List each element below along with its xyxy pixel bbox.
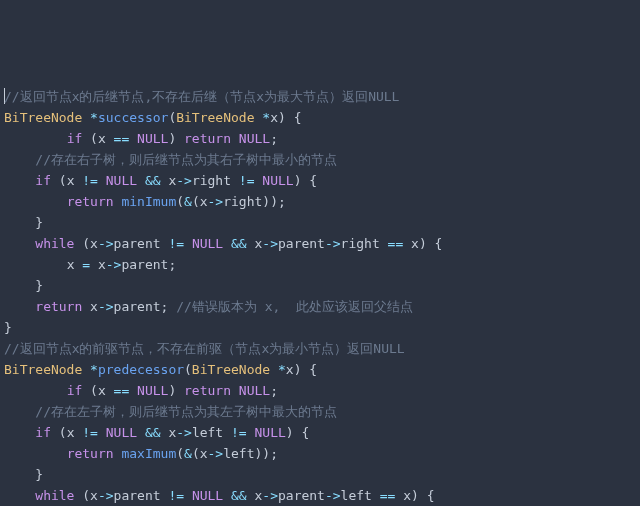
code-line[interactable]: } <box>4 464 640 485</box>
code-line[interactable]: //返回节点x的前驱节点，不存在前驱（节点x为最小节点）返回NULL <box>4 338 640 359</box>
code-token-ty: BiTreeNode <box>4 362 82 377</box>
code-token-kw: if <box>67 131 83 146</box>
code-token-op: -> <box>176 173 192 188</box>
code-token-pn: ( <box>82 383 98 398</box>
code-token-id: left <box>223 446 254 461</box>
code-token-kw: if <box>67 383 83 398</box>
code-token-id: parent <box>114 299 161 314</box>
code-line[interactable]: BiTreeNode *predecessor(BiTreeNode *x) { <box>4 359 640 380</box>
code-token-fn: maxImum <box>121 446 176 461</box>
code-token-id: right <box>341 236 380 251</box>
code-token-pn: )); <box>262 194 285 209</box>
code-line[interactable]: } <box>4 212 640 233</box>
code-line[interactable]: } <box>4 275 640 296</box>
code-token-pn: ( <box>74 488 90 503</box>
code-token-pn <box>98 173 106 188</box>
code-line[interactable]: //返回节点x的后继节点,不存在后继（节点x为最大节点）返回NULL <box>4 86 640 107</box>
code-token-op: -> <box>176 425 192 440</box>
code-token-fn: minImum <box>121 194 176 209</box>
code-token-id: parent <box>114 236 161 251</box>
code-token-op: != <box>231 425 247 440</box>
code-token-id: parent <box>278 488 325 503</box>
code-token-id: x <box>90 236 98 251</box>
code-token-ty: BiTreeNode <box>192 362 270 377</box>
code-line[interactable]: if (x == NULL) return NULL; <box>4 128 640 149</box>
code-token-kw: return <box>184 383 231 398</box>
code-token-id: right <box>223 194 262 209</box>
code-editor[interactable]: //返回节点x的后继节点,不存在后继（节点x为最大节点）返回NULLBiTree… <box>4 86 640 506</box>
code-line[interactable]: } <box>4 317 640 338</box>
code-line[interactable]: while (x->parent != NULL && x->parent->l… <box>4 485 640 506</box>
code-token-id: x <box>98 257 106 272</box>
code-token-pn: ( <box>192 446 200 461</box>
code-token-kw: return <box>184 131 231 146</box>
code-token-pn <box>90 257 98 272</box>
code-token-pn: ( <box>192 194 200 209</box>
code-token-id: x <box>98 383 106 398</box>
code-token-pn <box>223 488 231 503</box>
code-token-pn <box>231 173 239 188</box>
code-token-id: x <box>270 110 278 125</box>
code-token-pn <box>137 425 145 440</box>
code-token-pn <box>4 194 67 209</box>
code-line[interactable]: x = x->parent; <box>4 254 640 275</box>
code-token-cmt: //存在右子树，则后继节点为其右子树中最小的节点 <box>35 152 337 167</box>
code-line[interactable]: if (x != NULL && x->right != NULL) { <box>4 170 640 191</box>
code-token-pn: } <box>4 215 43 230</box>
code-line[interactable]: BiTreeNode *successor(BiTreeNode *x) { <box>4 107 640 128</box>
code-token-op: & <box>184 446 192 461</box>
code-token-cmt: //存在左子树，则后继节点为其左子树中最大的节点 <box>35 404 337 419</box>
code-token-fn: successor <box>98 110 168 125</box>
code-token-pn: ( <box>184 362 192 377</box>
code-token-kw: NULL <box>239 131 270 146</box>
code-token-op: && <box>145 425 161 440</box>
code-token-op: * <box>278 362 286 377</box>
code-token-kw: NULL <box>192 236 223 251</box>
code-line[interactable]: while (x->parent != NULL && x->parent->r… <box>4 233 640 254</box>
code-token-pn <box>184 236 192 251</box>
code-token-id: right <box>192 173 231 188</box>
code-token-pn <box>4 404 35 419</box>
code-token-pn <box>4 488 35 503</box>
code-line[interactable]: return x->parent; //错误版本为 x, 此处应该返回父结点 <box>4 296 640 317</box>
code-token-pn: } <box>4 278 43 293</box>
code-token-id: x <box>200 194 208 209</box>
code-line[interactable]: if (x != NULL && x->left != NULL) { <box>4 422 640 443</box>
code-token-pn <box>129 131 137 146</box>
code-token-kw: NULL <box>106 173 137 188</box>
code-token-id: left <box>192 425 223 440</box>
code-token-pn: ) { <box>419 236 442 251</box>
code-token-op: * <box>90 362 98 377</box>
code-token-pn: ) { <box>294 362 317 377</box>
code-token-op: -> <box>98 299 114 314</box>
code-token-pn: ; <box>168 257 176 272</box>
code-token-op: == <box>114 383 130 398</box>
code-token-pn <box>82 110 90 125</box>
code-token-kw: return <box>67 194 114 209</box>
code-token-pn <box>4 257 67 272</box>
code-token-pn <box>82 362 90 377</box>
code-token-kw: NULL <box>137 383 168 398</box>
code-token-pn: ( <box>176 446 184 461</box>
code-line[interactable]: return maxImum(&(x->left)); <box>4 443 640 464</box>
code-token-pn <box>4 425 35 440</box>
code-token-op: * <box>262 110 270 125</box>
code-token-pn: ( <box>176 194 184 209</box>
code-token-op: -> <box>208 194 224 209</box>
code-token-pn <box>4 131 67 146</box>
code-token-pn <box>403 236 411 251</box>
code-line[interactable]: //存在右子树，则后继节点为其右子树中最小的节点 <box>4 149 640 170</box>
code-line[interactable]: //存在左子树，则后继节点为其左子树中最大的节点 <box>4 401 640 422</box>
code-token-pn <box>247 236 255 251</box>
code-token-pn: ; <box>161 299 177 314</box>
code-token-pn <box>372 488 380 503</box>
code-token-pn: ) { <box>278 110 301 125</box>
code-token-op: -> <box>98 488 114 503</box>
code-line[interactable]: if (x == NULL) return NULL; <box>4 380 640 401</box>
code-token-pn <box>231 383 239 398</box>
code-line[interactable]: return minImum(&(x->right)); <box>4 191 640 212</box>
code-token-pn: ; <box>270 131 278 146</box>
code-token-op: -> <box>106 257 122 272</box>
code-token-pn <box>231 131 239 146</box>
code-token-op: -> <box>262 488 278 503</box>
